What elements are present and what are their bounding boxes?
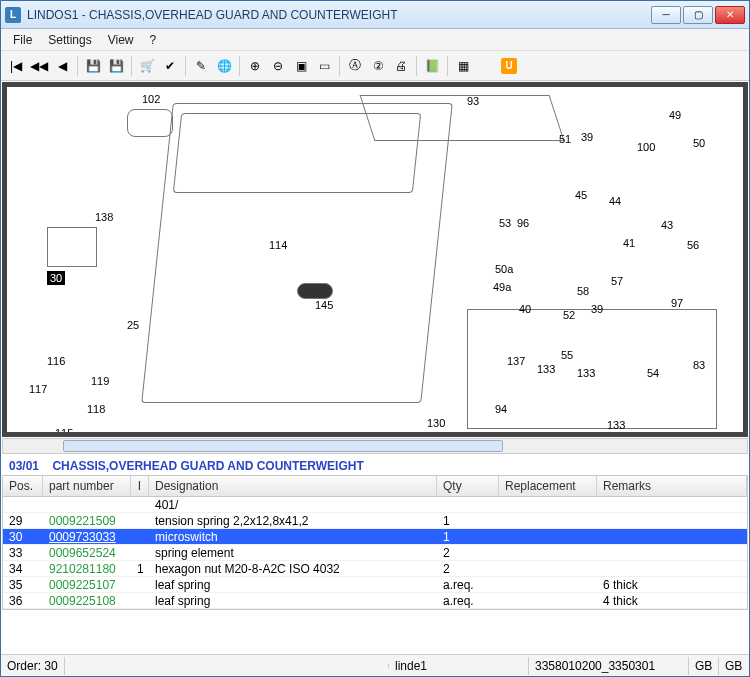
save-a-button[interactable]: 💾 xyxy=(82,55,104,77)
callout-94[interactable]: 94 xyxy=(495,403,507,415)
callout-51[interactable]: 51 xyxy=(559,133,571,145)
grid-body[interactable]: 401/290009221509tension spring 2,2x12,8x… xyxy=(3,497,747,609)
callout-83[interactable]: 83 xyxy=(693,359,705,371)
maximize-button[interactable]: ▢ xyxy=(683,6,713,24)
callout-53[interactable]: 53 xyxy=(499,217,511,229)
back-button[interactable]: ◀ xyxy=(51,55,73,77)
check-button[interactable]: ✔ xyxy=(159,55,181,77)
callout-97[interactable]: 97 xyxy=(671,297,683,309)
callout-100[interactable]: 100 xyxy=(637,141,655,153)
callout-115[interactable]: 115 xyxy=(55,427,73,437)
fit-button[interactable]: ▣ xyxy=(290,55,312,77)
callout-52[interactable]: 52 xyxy=(563,309,575,321)
pointer-button[interactable]: ✎ xyxy=(190,55,212,77)
status-user: linde1 xyxy=(389,657,529,675)
col-remarks[interactable]: Remarks xyxy=(597,476,747,496)
scrollbar-thumb[interactable] xyxy=(63,440,503,452)
u-button[interactable]: U xyxy=(498,55,520,77)
callout-50a[interactable]: 50a xyxy=(495,263,513,275)
zoom-out-button[interactable]: ⊖ xyxy=(267,55,289,77)
cart-button[interactable]: 🛒 xyxy=(136,55,158,77)
callout-39[interactable]: 39 xyxy=(591,303,603,315)
cell-pos: 29 xyxy=(3,514,43,528)
book-button[interactable]: 📗 xyxy=(421,55,443,77)
callout-49a[interactable]: 49a xyxy=(493,281,511,293)
status-order-value: 30 xyxy=(44,659,57,673)
callout-50[interactable]: 50 xyxy=(693,137,705,149)
callout-119[interactable]: 119 xyxy=(91,375,109,387)
callout-102[interactable]: 102 xyxy=(142,93,160,105)
menu-settings[interactable]: Settings xyxy=(40,31,99,49)
callout-133[interactable]: 133 xyxy=(537,363,555,375)
select-area-button[interactable]: ▭ xyxy=(313,55,335,77)
cell-part-number[interactable]: 0009225107 xyxy=(43,578,131,592)
callout-41[interactable]: 41 xyxy=(623,237,635,249)
diagram-h-scrollbar[interactable] xyxy=(2,438,748,454)
table-row[interactable]: 300009733033microswitch1 xyxy=(3,529,747,545)
callout-58[interactable]: 58 xyxy=(577,285,589,297)
fastback-button[interactable]: ◀◀ xyxy=(28,55,50,77)
callout-93[interactable]: 93 xyxy=(467,95,479,107)
col-replacement[interactable]: Replacement xyxy=(499,476,597,496)
callout-133[interactable]: 133 xyxy=(607,419,625,431)
callout-54[interactable]: 54 xyxy=(647,367,659,379)
menu-view[interactable]: View xyxy=(100,31,142,49)
table-row[interactable]: 290009221509tension spring 2,2x12,8x41,2… xyxy=(3,513,747,529)
globe-button[interactable]: 🌐 xyxy=(213,55,235,77)
callout-55[interactable]: 55 xyxy=(561,349,573,361)
status-lang-1: GB xyxy=(689,657,719,675)
callout-117[interactable]: 117 xyxy=(29,383,47,395)
save-icon: 💾 xyxy=(86,59,101,73)
callout-45[interactable]: 45 xyxy=(575,189,587,201)
col-pos[interactable]: Pos. xyxy=(3,476,43,496)
cell-part-number[interactable]: 0009733033 xyxy=(43,530,131,544)
callout-44[interactable]: 44 xyxy=(609,195,621,207)
callout-114[interactable]: 114 xyxy=(269,239,287,251)
callout-138[interactable]: 138 xyxy=(95,211,113,223)
callout-49[interactable]: 49 xyxy=(669,109,681,121)
flag-button[interactable]: ▦ xyxy=(452,55,474,77)
diagram-pane[interactable]: 1029351391004950138301141455396454441435… xyxy=(2,82,748,437)
table-row[interactable]: 401/ xyxy=(3,497,747,513)
print-button[interactable]: 🖨 xyxy=(390,55,412,77)
close-button[interactable]: ✕ xyxy=(715,6,745,24)
callout-118[interactable]: 118 xyxy=(87,403,105,415)
cell-part-number[interactable]: 9210281180 xyxy=(43,562,131,576)
callout-137[interactable]: 137 xyxy=(507,355,525,367)
save-b-button[interactable]: 💾 xyxy=(105,55,127,77)
menu-file[interactable]: File xyxy=(5,31,40,49)
minimize-button[interactable]: ─ xyxy=(651,6,681,24)
zoom-in-button[interactable]: ⊕ xyxy=(244,55,266,77)
callout-30[interactable]: 30 xyxy=(47,271,65,285)
table-row[interactable]: 3492102811801hexagon nut M20-8-A2C ISO 4… xyxy=(3,561,747,577)
cell-part-number[interactable]: 0009225108 xyxy=(43,594,131,608)
callout-145[interactable]: 145 xyxy=(315,299,333,311)
callout-133[interactable]: 133 xyxy=(577,367,595,379)
table-row[interactable]: 350009225107leaf springa.req.6 thick xyxy=(3,577,747,593)
callout-57[interactable]: 57 xyxy=(611,275,623,287)
callout-116[interactable]: 116 xyxy=(47,355,65,367)
cell-part-number[interactable]: 0009652524 xyxy=(43,546,131,560)
cell-part-number[interactable]: 0009221509 xyxy=(43,514,131,528)
col-i[interactable]: I xyxy=(131,476,149,496)
col-designation[interactable]: Designation xyxy=(149,476,437,496)
callout-25[interactable]: 25 xyxy=(127,319,139,331)
col-part-number[interactable]: part number xyxy=(43,476,131,496)
callout-39[interactable]: 39 xyxy=(581,131,593,143)
table-row[interactable]: 360009225108leaf springa.req.4 thick xyxy=(3,593,747,609)
scrollbar-track[interactable] xyxy=(2,438,748,454)
first-button[interactable]: |◀ xyxy=(5,55,27,77)
annot-a-button[interactable]: Ⓐ xyxy=(344,55,366,77)
callout-40[interactable]: 40 xyxy=(519,303,531,315)
part-sketch xyxy=(360,95,565,141)
blank-button[interactable] xyxy=(475,55,497,77)
table-row[interactable]: 330009652524 spring element2 xyxy=(3,545,747,561)
annot-b-button[interactable]: ② xyxy=(367,55,389,77)
callout-43[interactable]: 43 xyxy=(661,219,673,231)
col-qty[interactable]: Qty xyxy=(437,476,499,496)
menu-help[interactable]: ? xyxy=(142,31,165,49)
callout-130[interactable]: 130 xyxy=(427,417,445,429)
menubar: File Settings View ? xyxy=(1,29,749,51)
callout-56[interactable]: 56 xyxy=(687,239,699,251)
callout-96[interactable]: 96 xyxy=(517,217,529,229)
